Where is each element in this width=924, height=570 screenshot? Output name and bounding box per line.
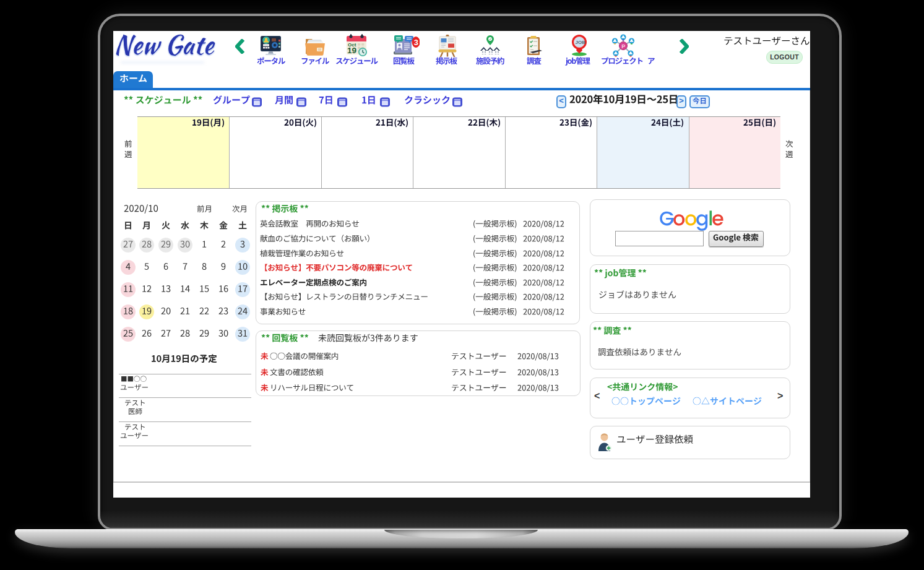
svg-text:3: 3 xyxy=(414,38,418,47)
svg-text:P: P xyxy=(621,43,625,50)
svg-text:19: 19 xyxy=(347,46,356,55)
svg-text:JOB: JOB xyxy=(576,40,586,45)
